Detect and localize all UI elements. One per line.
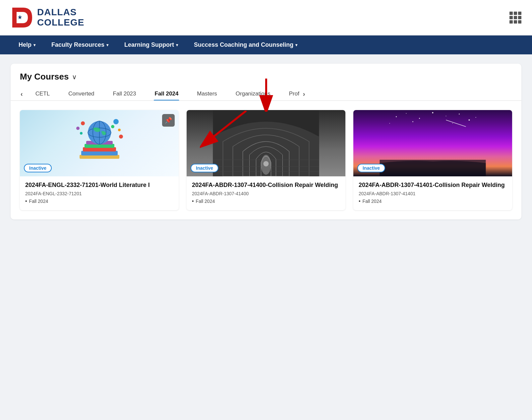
tab-converted[interactable]: Converted: [59, 87, 103, 100]
svg-point-21: [119, 135, 123, 139]
svg-point-32: [446, 116, 446, 116]
nav-learning-support-label: Learning Support: [124, 41, 174, 48]
course-term-2: Fall 2024: [192, 198, 340, 204]
courses-title: My Courses: [20, 72, 69, 82]
svg-point-30: [419, 118, 420, 119]
tab-fall-2024[interactable]: Fall 2024: [146, 87, 188, 100]
course-info-3: 2024FA-ABDR-1307-41401-Collision Repair …: [353, 176, 512, 210]
globe-books-illustration: [73, 117, 126, 170]
course-image-wrap-2: Inactive: [187, 110, 345, 176]
svg-point-33: [459, 114, 460, 115]
inactive-badge-2: Inactive: [191, 164, 218, 172]
nav-help-label: Help: [19, 41, 31, 48]
pin-button-1[interactable]: 📌: [162, 114, 175, 127]
course-term-3: Fall 2024: [359, 198, 507, 204]
nav-faculty-chevron: ▾: [106, 43, 108, 47]
svg-line-39: [446, 120, 466, 127]
course-image-wrap-3: Inactive: [353, 110, 512, 176]
svg-point-28: [396, 116, 397, 117]
svg-point-38: [469, 119, 470, 121]
svg-point-31: [432, 112, 434, 113]
nav-bar: Help ▾ Faculty Resources ▾ Learning Supp…: [0, 35, 532, 54]
svg-point-16: [113, 119, 119, 124]
dallas-college-logo-d: [11, 6, 34, 29]
svg-point-18: [118, 129, 121, 131]
courses-grid: 📌 Inactive 2024FA-ENGL-2332-71201-World …: [11, 101, 521, 219]
course-code-2: 2024FA-ABDR-1307-41400: [192, 191, 340, 196]
logo-area[interactable]: DALLAS COLLEGE: [11, 6, 84, 29]
svg-point-20: [80, 132, 83, 135]
course-image-wrap-1: 📌 Inactive: [20, 110, 179, 176]
svg-point-36: [412, 121, 413, 122]
tabs-prev-arrow[interactable]: ‹: [17, 88, 26, 100]
main-content: My Courses ∨ ‹ CETL Converted Fall 2023 …: [0, 54, 532, 229]
svg-point-27: [264, 161, 269, 166]
svg-point-35: [389, 123, 390, 124]
logo-dallas: DALLAS: [37, 7, 84, 18]
nav-faculty-resources-label: Faculty Resources: [51, 41, 104, 48]
svg-point-19: [76, 127, 80, 130]
courses-dropdown-chevron[interactable]: ∨: [72, 73, 77, 81]
course-card-2[interactable]: Inactive 2024FA-ABDR-1307-41400-Collisio…: [187, 110, 345, 210]
course-info-2: 2024FA-ABDR-1307-41400-Collision Repair …: [187, 176, 345, 210]
tabs-next-arrow[interactable]: ›: [300, 88, 309, 100]
course-card-1[interactable]: 📌 Inactive 2024FA-ENGL-2332-71201-World …: [20, 110, 179, 210]
apps-grid-icon[interactable]: [509, 12, 521, 24]
svg-point-29: [406, 113, 407, 114]
nav-success-coaching[interactable]: Success Coaching and Counseling ▾: [186, 35, 305, 54]
tab-masters[interactable]: Masters: [188, 87, 226, 100]
tab-cetl[interactable]: CETL: [26, 87, 59, 100]
course-code-3: 2024FA-ABDR-1307-41401: [359, 191, 507, 196]
red-down-arrow: [256, 79, 276, 112]
nav-help-chevron: ▾: [33, 43, 35, 47]
svg-rect-7: [81, 151, 118, 155]
site-header: DALLAS COLLEGE: [0, 0, 532, 35]
nav-success-coaching-label: Success Coaching and Counseling: [194, 41, 293, 48]
svg-point-15: [81, 121, 85, 125]
nav-learning-support[interactable]: Learning Support ▾: [116, 35, 186, 54]
svg-point-37: [452, 123, 453, 124]
course-card-3[interactable]: Inactive 2024FA-ABDR-1307-41401-Collisio…: [353, 110, 512, 210]
inactive-badge-3: Inactive: [357, 164, 385, 172]
course-name-1: 2024FA-ENGL-2332-71201-World Literature …: [25, 181, 173, 189]
courses-card: My Courses ∨ ‹ CETL Converted Fall 2023 …: [11, 64, 521, 219]
nav-success-chevron: ▾: [295, 43, 297, 47]
svg-point-17: [111, 125, 114, 128]
logo-college: COLLEGE: [37, 18, 84, 28]
course-name-3: 2024FA-ABDR-1307-41401-Collision Repair …: [359, 181, 507, 189]
tab-fall-2023[interactable]: Fall 2023: [104, 87, 146, 100]
nav-help[interactable]: Help ▾: [11, 35, 43, 54]
svg-point-34: [476, 117, 476, 118]
nav-learning-chevron: ▾: [176, 43, 178, 47]
course-info-1: 2024FA-ENGL-2332-71201-World Literature …: [20, 176, 179, 210]
course-code-1: 2024FA-ENGL-2332-71201: [25, 191, 173, 196]
tab-profe[interactable]: Profe: [280, 87, 300, 100]
inactive-badge-1: Inactive: [24, 164, 52, 172]
courses-section: 📌 Inactive 2024FA-ENGL-2332-71201-World …: [11, 101, 521, 219]
course-term-1: Fall 2024: [25, 198, 173, 204]
logo-text: DALLAS COLLEGE: [37, 7, 84, 28]
course-name-2: 2024FA-ABDR-1307-41400-Collision Repair …: [192, 181, 340, 189]
nav-faculty-resources[interactable]: Faculty Resources ▾: [43, 35, 116, 54]
